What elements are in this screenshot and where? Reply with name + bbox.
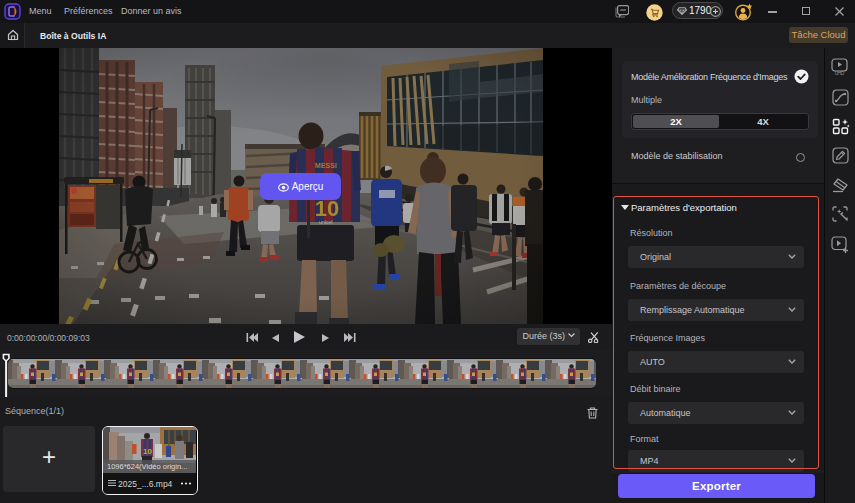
svg-text:2025_...6.mp4: 2025_...6.mp4 [118, 479, 173, 489]
svg-text:UHD: UHD [835, 71, 845, 76]
svg-text:10: 10 [143, 447, 152, 456]
svg-text:1096*624(Vidéo origin...: 1096*624(Vidéo origin... [107, 462, 187, 471]
